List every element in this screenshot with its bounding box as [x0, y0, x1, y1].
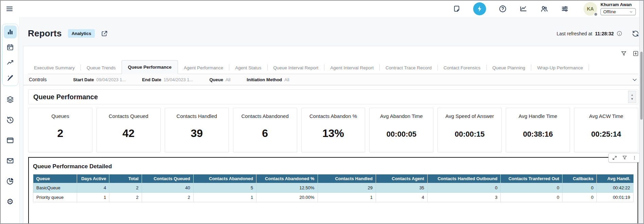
analytics-badge: Analytics — [68, 29, 95, 38]
user-name: Khurram Awan — [601, 2, 636, 7]
sidebar-item-reports-bar-chart-icon[interactable] — [4, 25, 17, 38]
controls-collapse-chevron-icon[interactable] — [632, 77, 638, 83]
main-content: Reports Analytics Last refreshed at 11:2… — [20, 17, 643, 224]
last-refreshed-label: Last refreshed at — [557, 31, 592, 36]
report-card: Executive Summary Queue Trends Queue Per… — [23, 46, 643, 224]
status-select[interactable]: Offline — [601, 8, 636, 15]
help-icon[interactable] — [499, 5, 507, 13]
card-corner-tools — [621, 50, 639, 57]
expand-icon[interactable] — [612, 155, 617, 160]
status-dot — [594, 12, 598, 16]
sidebar-item-browser-window-icon[interactable] — [3, 134, 17, 147]
queue-performance-detailed-widget[interactable]: Queue Performance Detailed Queue Days Ac… — [28, 157, 638, 224]
kebab-menu-icon[interactable] — [632, 155, 637, 160]
download-icon[interactable] — [632, 50, 639, 57]
external-link-icon[interactable] — [101, 30, 108, 37]
table-row-basicqueue[interactable]: BasicQueue 4 2 40 5 12.50% 29 35 0 0 0 — [33, 183, 633, 193]
sidebar-item-schedule-calendar-icon[interactable] — [4, 41, 17, 54]
col-contacts-abandoned[interactable]: Contacts Abandoned — [193, 174, 256, 183]
app-window: KA Khurram Awan Offline — [0, 0, 644, 224]
last-refreshed-time: 11:28:32 — [595, 31, 614, 36]
section-heading-panel: Queue Performance ▲ ▼ — [28, 89, 638, 104]
kpi-contacts-abandon-pct: Contacts Abandon %13% — [301, 108, 365, 152]
refresh-status: Last refreshed at 11:28:32 — [557, 30, 639, 37]
widget-toolbar — [608, 153, 641, 162]
refresh-icon[interactable] — [632, 30, 639, 37]
col-queue[interactable]: Queue — [33, 174, 77, 183]
stepper-up-icon[interactable]: ▲ — [631, 93, 634, 97]
kpi-avg-speed-of-answer: Avg Speed of Answer00:00:15 — [437, 108, 502, 152]
widget-title: Queue Performance Detailed — [33, 163, 633, 170]
tab-queue-performance[interactable]: Queue Performance — [122, 60, 178, 74]
report-tabs: Executive Summary Queue Trends Queue Per… — [28, 60, 638, 74]
col-contacts-agent[interactable]: Contacts Agent — [376, 174, 427, 183]
page-title: Reports — [28, 28, 62, 39]
info-icon[interactable] — [616, 31, 622, 36]
section-stepper[interactable]: ▲ ▼ — [628, 91, 636, 103]
col-contacts-tranferred-out[interactable]: Contacts Tranferred Out — [501, 174, 562, 183]
hamburger-menu-icon[interactable] — [5, 5, 14, 13]
col-contacts-handled-outbound[interactable]: Contacts Handled Outbound — [427, 174, 501, 183]
users-icon[interactable] — [540, 5, 548, 13]
kpi-avg-abandon-time: Avg Abandon Time00:00:05 — [369, 108, 433, 152]
queue-performance-table: Queue Days Active Total Contacts Queued … — [33, 174, 633, 202]
tab-wrap-up-performance[interactable]: Wrap-Up Performance — [531, 62, 589, 74]
tab-executive-summary[interactable]: Executive Summary — [28, 62, 80, 74]
avatar-initials: KA — [587, 6, 594, 12]
kpi-avg-acw-time: Avg ACW Time00:25:14 — [574, 108, 638, 152]
col-contacts-abandoned-pct[interactable]: Contacts Abandoned % — [256, 174, 318, 183]
sidebar-item-mail-icon[interactable] — [3, 154, 17, 168]
col-callbacks[interactable]: Callbacks — [562, 174, 597, 183]
table-row-priority-queue[interactable]: Priority queue 1 2 2 1 20.00% 1 4 3 0 0 — [33, 193, 633, 202]
tab-contract-trace-record[interactable]: Contract Trace Record — [380, 62, 437, 74]
control-queue[interactable]: Queue All — [209, 77, 230, 82]
widget-filter-funnel-icon[interactable] — [622, 155, 627, 160]
tab-queue-trends[interactable]: Queue Trends — [81, 62, 122, 74]
controls-bar: Controls Start Date 09/04/2023 1... End … — [23, 74, 643, 85]
tab-queue-interval-report[interactable]: Queue Interval Report — [268, 62, 324, 74]
metrics-icon[interactable] — [519, 5, 527, 13]
controls-title: Controls — [29, 77, 47, 82]
topbar: KA Khurram Awan Offline — [1, 1, 643, 17]
vertical-scrollbar[interactable] — [639, 1, 643, 223]
col-contacts-handled[interactable]: Contacts Handled — [318, 174, 376, 183]
tab-queue-planning[interactable]: Queue Planning — [487, 62, 531, 74]
control-end-date[interactable]: End Date 15/04/2023 1... — [142, 77, 193, 82]
kpi-contacts-abandoned: Contacts Abandoned6 — [233, 108, 297, 152]
stepper-down-icon[interactable]: ▼ — [631, 98, 634, 101]
tab-agent-interval-report[interactable]: Agent Interval Report — [324, 62, 379, 74]
sidebar-item-history-icon[interactable] — [3, 113, 17, 127]
sidebar: ⚙ — [1, 17, 20, 224]
sidebar-item-settings-gear-icon[interactable]: ⚙ — [3, 195, 17, 208]
kpi-avg-handle-time: Avg Handle Time00:38:16 — [506, 108, 570, 152]
chevron-down-icon — [629, 10, 633, 14]
sidebar-item-layers-icon[interactable] — [3, 93, 17, 106]
sidebar-item-pie-chart-icon[interactable] — [3, 174, 17, 188]
kpi-contacts-queued: Contacts Queued42 — [96, 108, 161, 152]
sidebar-item-trends-line-chart-icon[interactable] — [4, 56, 17, 69]
scrollbar-thumb[interactable] — [640, 52, 643, 120]
control-initiation-method[interactable]: Initiation Method All — [247, 77, 289, 82]
control-start-date[interactable]: Start Date 09/04/2023 1... — [73, 77, 126, 82]
col-contacts-queued[interactable]: Contacts Queued — [142, 174, 193, 183]
kpi-row: Queues2 Contacts Queued42 Contacts Handl… — [28, 108, 638, 152]
tab-agent-status[interactable]: Agent Status — [229, 62, 267, 74]
col-total[interactable]: Total — [109, 174, 142, 183]
col-avg-handle[interactable]: Avg Handl. — [597, 174, 633, 183]
tab-agent-performance[interactable]: Agent Performance — [178, 62, 229, 74]
col-days-active[interactable]: Days Active — [77, 174, 109, 183]
status-select-value: Offline — [603, 9, 616, 14]
user-chip: KA Khurram Awan Offline — [584, 2, 636, 16]
realtime-lightning-icon[interactable] — [473, 2, 486, 15]
tab-contact-forensics[interactable]: Contact Forensics — [438, 62, 486, 74]
sliders-icon[interactable] — [561, 5, 569, 13]
section-title: Queue Performance — [33, 93, 98, 101]
topbar-actions: KA Khurram Awan Offline — [453, 2, 638, 16]
sidebar-item-customize-brush-icon[interactable] — [4, 71, 17, 84]
page-header: Reports Analytics Last refreshed at 11:2… — [23, 17, 643, 46]
kpi-queues: Queues2 — [28, 108, 92, 152]
filter-funnel-icon[interactable] — [621, 50, 627, 57]
avatar[interactable]: KA — [584, 2, 597, 16]
table-header-row: Queue Days Active Total Contacts Queued … — [33, 174, 633, 183]
notes-icon[interactable] — [453, 5, 461, 13]
